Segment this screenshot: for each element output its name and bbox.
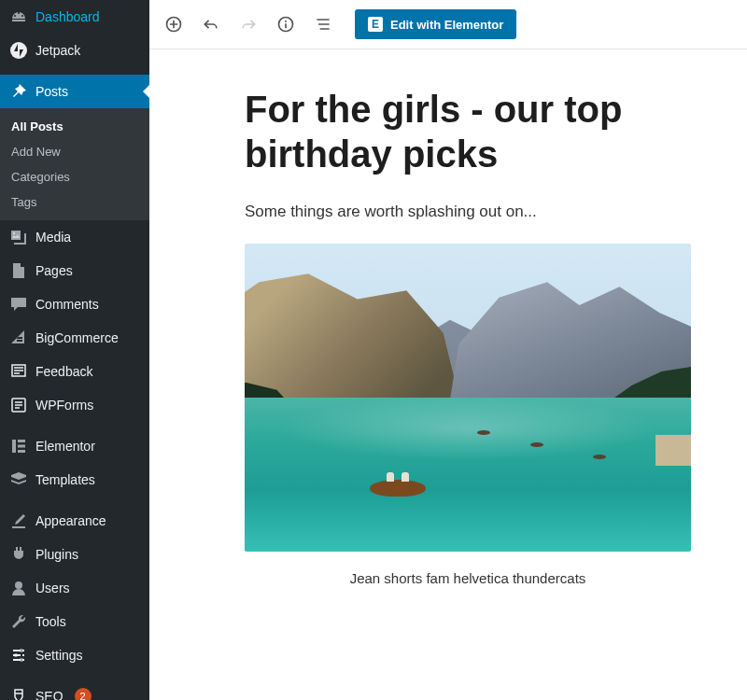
sidebar-sub-categories[interactable]: Categories xyxy=(0,164,149,189)
sidebar-item-tools[interactable]: Tools xyxy=(0,605,149,638)
sidebar-label: Comments xyxy=(35,297,99,312)
svg-rect-4 xyxy=(18,440,25,442)
sidebar-sub-tags[interactable]: Tags xyxy=(0,189,149,215)
undo-button[interactable] xyxy=(198,11,224,37)
seo-badge: 2 xyxy=(75,688,92,700)
media-icon xyxy=(9,228,28,246)
sidebar-item-bigcommerce[interactable]: BigCommerce xyxy=(0,321,149,355)
svg-point-1 xyxy=(13,232,15,234)
svg-point-8 xyxy=(20,649,23,652)
add-block-button[interactable] xyxy=(161,11,187,37)
elementor-icon xyxy=(9,437,28,455)
wpforms-icon xyxy=(9,396,28,414)
templates-icon xyxy=(9,470,28,489)
appearance-icon xyxy=(9,511,28,530)
sidebar-label: Plugins xyxy=(35,547,78,562)
seo-icon xyxy=(9,687,28,700)
sidebar-label: Posts xyxy=(35,84,68,99)
edit-with-elementor-button[interactable]: E Edit with Elementor xyxy=(355,9,516,39)
sidebar-item-posts[interactable]: Posts xyxy=(0,75,149,108)
sidebar-label: Settings xyxy=(35,648,83,663)
sidebar-label: SEO xyxy=(35,689,63,700)
svg-point-7 xyxy=(15,581,22,589)
sidebar-item-elementor[interactable]: Elementor xyxy=(0,429,149,463)
sidebar-label: Jetpack xyxy=(35,43,80,58)
pin-icon xyxy=(9,82,28,101)
sidebar-label: Elementor xyxy=(35,439,95,454)
svg-point-10 xyxy=(20,658,23,662)
sidebar-submenu-posts: All Posts Add New Categories Tags xyxy=(0,108,149,220)
elementor-e-icon: E xyxy=(368,17,383,32)
post-intro[interactable]: Some things are worth splashing out on..… xyxy=(245,203,691,221)
sidebar-item-wpforms[interactable]: WPForms xyxy=(0,388,149,422)
post-featured-image[interactable] xyxy=(245,244,691,552)
svg-rect-3 xyxy=(12,440,16,453)
sidebar-label: Media xyxy=(35,230,71,245)
sidebar-item-media[interactable]: Media xyxy=(0,220,149,254)
sidebar-label: Appearance xyxy=(35,513,106,528)
sidebar-item-comments[interactable]: Comments xyxy=(0,287,149,321)
svg-rect-6 xyxy=(18,450,25,453)
svg-point-9 xyxy=(14,653,18,657)
feedback-icon xyxy=(9,362,28,381)
image-caption[interactable]: Jean shorts fam helvetica thundercats xyxy=(245,570,691,586)
pages-icon xyxy=(9,261,28,280)
info-button[interactable] xyxy=(273,11,299,37)
tools-icon xyxy=(9,612,28,631)
post-title[interactable]: For the girls - our top birthday picks xyxy=(245,87,691,176)
sidebar-item-settings[interactable]: Settings xyxy=(0,638,149,672)
admin-sidebar: Dashboard Jetpack Posts All Posts Add Ne… xyxy=(0,0,149,700)
sidebar-item-dashboard[interactable]: Dashboard xyxy=(0,0,149,34)
sidebar-item-seo[interactable]: SEO 2 xyxy=(0,679,149,700)
sidebar-item-users[interactable]: Users xyxy=(0,571,149,605)
sidebar-sub-add-new[interactable]: Add New xyxy=(0,139,149,164)
sidebar-item-templates[interactable]: Templates xyxy=(0,463,149,497)
outline-button[interactable] xyxy=(310,11,336,37)
sidebar-item-pages[interactable]: Pages xyxy=(0,254,149,287)
sidebar-item-appearance[interactable]: Appearance xyxy=(0,504,149,538)
sidebar-label: Feedback xyxy=(35,364,92,379)
sidebar-item-plugins[interactable]: Plugins xyxy=(0,538,149,571)
elementor-button-label: Edit with Elementor xyxy=(390,18,503,32)
svg-rect-5 xyxy=(18,445,25,448)
sidebar-label: WPForms xyxy=(35,398,93,413)
settings-icon xyxy=(9,646,28,665)
svg-point-16 xyxy=(285,21,287,22)
sidebar-label: BigCommerce xyxy=(35,330,119,345)
sidebar-item-jetpack[interactable]: Jetpack xyxy=(0,34,149,67)
svg-point-0 xyxy=(10,42,27,59)
dashboard-icon xyxy=(9,7,28,26)
sidebar-label: Pages xyxy=(35,263,73,278)
redo-button[interactable] xyxy=(235,11,261,37)
sidebar-label: Users xyxy=(35,581,70,595)
sidebar-item-feedback[interactable]: Feedback xyxy=(0,355,149,388)
plugins-icon xyxy=(9,545,28,564)
users-icon xyxy=(9,579,28,597)
bigcommerce-icon xyxy=(9,329,28,347)
editor-toolbar: E Edit with Elementor xyxy=(149,0,747,49)
main-area: E Edit with Elementor For the girls - ou… xyxy=(149,0,747,700)
comments-icon xyxy=(9,295,28,314)
sidebar-sub-all-posts[interactable]: All Posts xyxy=(0,114,149,139)
editor-content[interactable]: For the girls - our top birthday picks S… xyxy=(149,49,747,700)
jetpack-icon xyxy=(9,41,28,60)
sidebar-label: Tools xyxy=(35,614,66,629)
sidebar-label: Dashboard xyxy=(35,9,100,24)
sidebar-label: Templates xyxy=(35,472,95,487)
